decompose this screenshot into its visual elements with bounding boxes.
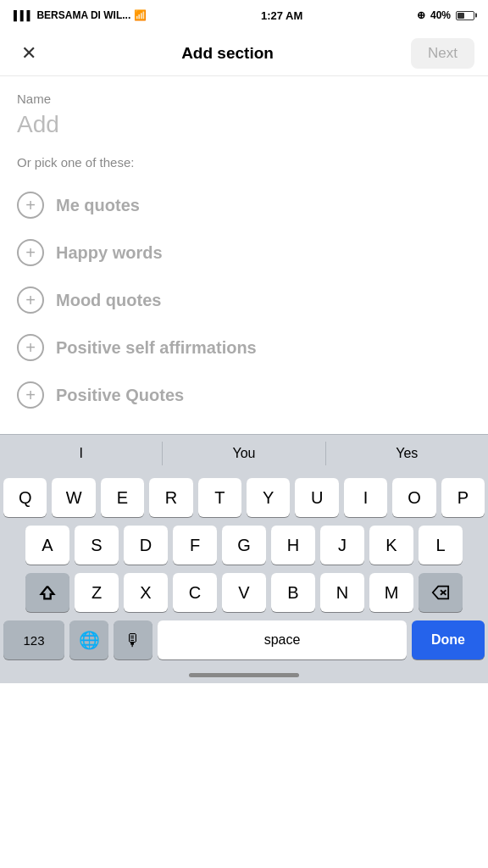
globe-key[interactable]: 🌐 <box>69 620 108 659</box>
battery-percent: 40% <box>430 9 451 21</box>
keyboard-row-3: ZXCVBNM <box>3 573 485 612</box>
key-m[interactable]: M <box>369 573 413 612</box>
nav-bar: ✕ Add section Next <box>0 31 488 76</box>
suggestion-i[interactable]: I <box>0 435 162 471</box>
wifi-icon: 📶 <box>134 9 147 21</box>
key-n[interactable]: N <box>320 573 364 612</box>
key-b[interactable]: B <box>271 573 315 612</box>
section-item[interactable]: + Me quotes <box>17 181 471 229</box>
key-k[interactable]: K <box>369 526 413 565</box>
home-bar <box>189 673 299 677</box>
key-w[interactable]: W <box>52 478 95 517</box>
key-g[interactable]: G <box>222 526 266 565</box>
suggestion-you[interactable]: You <box>163 435 324 471</box>
keyboard-suggestions: I You Yes <box>0 434 488 471</box>
pick-label: Or pick one of these: <box>17 155 471 170</box>
key-e[interactable]: E <box>101 478 144 517</box>
key-l[interactable]: L <box>419 526 463 565</box>
next-button[interactable]: Next <box>411 38 474 69</box>
suggestion-yes[interactable]: Yes <box>326 435 488 471</box>
num-key[interactable]: 123 <box>3 620 64 659</box>
section-item[interactable]: + Positive self affirmations <box>17 324 471 371</box>
section-item[interactable]: + Mood quotes <box>17 276 471 324</box>
key-a[interactable]: A <box>25 526 69 565</box>
plus-icon: + <box>17 287 44 314</box>
delete-key[interactable] <box>419 573 463 612</box>
key-f[interactable]: F <box>173 526 217 565</box>
carrier-label: BERSAMA DI WIL... <box>36 9 130 21</box>
space-key-label: space <box>264 632 301 648</box>
mic-key[interactable]: 🎙 <box>114 620 152 659</box>
section-name: Positive self affirmations <box>56 338 257 358</box>
key-y[interactable]: Y <box>247 478 290 517</box>
space-key[interactable]: space <box>158 620 407 659</box>
section-name: Me quotes <box>56 196 140 215</box>
field-value[interactable]: Add <box>17 111 471 138</box>
plus-icon: + <box>17 239 44 266</box>
section-list: + Me quotes + Happy words + Mood quotes … <box>17 181 471 419</box>
key-h[interactable]: H <box>271 526 315 565</box>
field-label: Name <box>17 92 471 106</box>
key-i[interactable]: I <box>344 478 387 517</box>
section-name: Happy words <box>56 243 163 263</box>
close-button[interactable]: ✕ <box>14 38 44 69</box>
key-s[interactable]: S <box>75 526 119 565</box>
plus-icon: + <box>17 381 44 409</box>
signal-icon: ▌▌▌ <box>14 10 33 20</box>
plus-icon: + <box>17 192 44 219</box>
lock-icon: ⊕ <box>417 9 425 21</box>
status-left: ▌▌▌ BERSAMA DI WIL... 📶 <box>14 9 147 21</box>
status-right: ⊕ 40% <box>417 9 474 21</box>
key-t[interactable]: T <box>198 478 241 517</box>
num-key-label: 123 <box>23 633 44 648</box>
status-bar: ▌▌▌ BERSAMA DI WIL... 📶 1:27 AM ⊕ 40% <box>0 0 488 31</box>
content-area: Name Add Or pick one of these: + Me quot… <box>0 76 488 434</box>
key-q[interactable]: Q <box>3 478 47 517</box>
section-item[interactable]: + Happy words <box>17 229 471 276</box>
keyboard-row-1: QWERTYUIOP <box>3 478 485 517</box>
section-name: Mood quotes <box>56 291 161 310</box>
home-indicator <box>0 666 488 683</box>
status-time: 1:27 AM <box>261 9 302 22</box>
keyboard-row-2: ASDFGHJKL <box>3 526 485 565</box>
key-o[interactable]: O <box>392 478 435 517</box>
done-key-label: Done <box>431 632 465 648</box>
key-j[interactable]: J <box>320 526 364 565</box>
page-title: Add section <box>181 44 274 63</box>
done-key[interactable]: Done <box>412 620 485 659</box>
key-r[interactable]: R <box>149 478 192 517</box>
plus-icon: + <box>17 334 44 361</box>
key-v[interactable]: V <box>222 573 266 612</box>
keyboard-bottom-row: 123 🌐 🎙 space Done <box>3 620 485 659</box>
key-d[interactable]: D <box>124 526 168 565</box>
key-u[interactable]: U <box>295 478 338 517</box>
keyboard: QWERTYUIOP ASDFGHJKL ZXCVBNM 123 🌐 🎙 spa… <box>0 471 488 666</box>
battery-icon <box>456 11 474 20</box>
shift-key[interactable] <box>25 573 69 612</box>
key-x[interactable]: X <box>124 573 168 612</box>
section-name: Positive Quotes <box>56 386 184 405</box>
section-item[interactable]: + Positive Quotes <box>17 371 471 419</box>
key-c[interactable]: C <box>173 573 217 612</box>
key-p[interactable]: P <box>441 478 485 517</box>
key-z[interactable]: Z <box>75 573 119 612</box>
